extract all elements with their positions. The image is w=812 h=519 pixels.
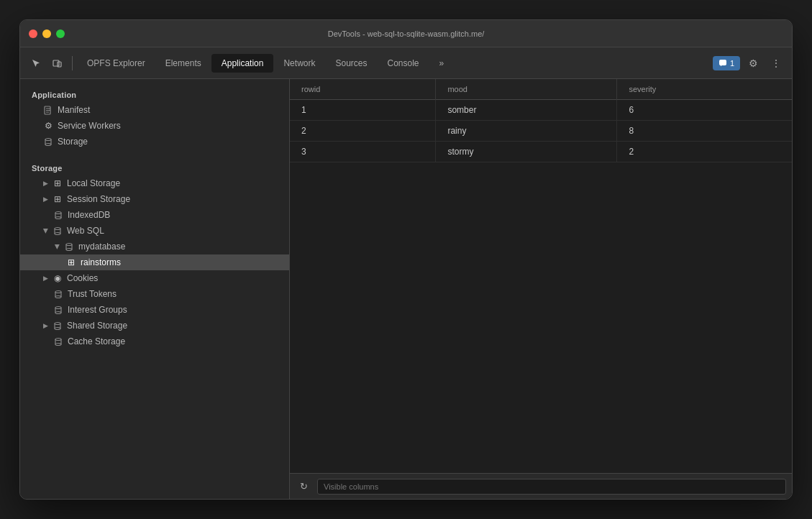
col-header-mood[interactable]: mood: [436, 79, 617, 100]
visible-columns-input[interactable]: [317, 479, 786, 495]
titlebar: DevTools - web-sql-to-sqlite-wasm.glitch…: [20, 20, 792, 47]
indexeddb-icon: [53, 210, 63, 220]
tab-console[interactable]: Console: [378, 54, 429, 73]
cell-rowid: 1: [290, 100, 436, 121]
svg-point-12: [55, 232, 60, 234]
mydatabase-icon: [64, 242, 74, 252]
rainstorms-grid-icon: ⊞: [66, 257, 76, 267]
tab-opfs-explorer[interactable]: OPFS Explorer: [77, 54, 155, 73]
sidebar-item-cache-storage[interactable]: Cache Storage: [20, 334, 289, 349]
cookies-icon: ◉: [53, 273, 63, 283]
svg-point-15: [55, 290, 61, 293]
chat-badge-button[interactable]: 1: [713, 56, 740, 70]
chevron-right-icon: ▶: [43, 180, 48, 187]
table-row[interactable]: 1somber6: [290, 100, 792, 121]
tab-sources[interactable]: Sources: [325, 54, 377, 73]
settings-button[interactable]: ⚙: [743, 53, 763, 73]
refresh-button[interactable]: ↻: [296, 479, 311, 495]
svg-point-18: [55, 311, 61, 313]
devtools-window: DevTools - web-sql-to-sqlite-wasm.glitch…: [19, 19, 793, 500]
sidebar-item-storage[interactable]: Storage: [20, 134, 289, 150]
cell-mood: rainy: [436, 121, 617, 142]
cell-mood: stormy: [436, 142, 617, 162]
chevron-down-icon: ▶: [42, 229, 50, 234]
cell-severity: 8: [617, 121, 792, 142]
device-toggle-button[interactable]: [47, 53, 68, 73]
tab-network[interactable]: Network: [273, 54, 325, 73]
sidebar-item-rainstorms[interactable]: ⊞ rainstorms: [20, 254, 289, 270]
chevron-right-icon3: ▶: [43, 275, 48, 282]
table-row[interactable]: 2rainy8: [290, 121, 792, 142]
session-storage-grid-icon: ⊞: [53, 194, 63, 204]
mydatabase-label: mydatabase: [78, 242, 125, 252]
minimize-button[interactable]: [42, 29, 51, 38]
application-section-header: Application: [20, 85, 289, 102]
sidebar-item-websql[interactable]: ▶ Web SQL: [20, 223, 289, 239]
cell-mood: somber: [436, 100, 617, 121]
close-button[interactable]: [29, 29, 37, 38]
cookies-label: Cookies: [67, 273, 98, 283]
more-button[interactable]: ⋮: [766, 53, 786, 73]
svg-point-13: [66, 243, 72, 245]
interest-groups-icon: [53, 305, 63, 315]
cell-severity: 2: [617, 142, 792, 162]
storage-section-header: Storage: [20, 158, 289, 175]
sidebar-item-indexeddb[interactable]: IndexedDB: [20, 207, 289, 223]
tab-elements[interactable]: Elements: [155, 54, 211, 73]
toolbar-tabs: OPFS Explorer Elements Application Netwo…: [77, 54, 711, 73]
websql-icon: [53, 226, 63, 236]
data-table: rowid mood severity 1somber62rainy83stor…: [290, 79, 792, 162]
sidebar-item-service-workers[interactable]: ⚙ Service Workers: [20, 118, 289, 134]
table-row[interactable]: 3stormy2: [290, 142, 792, 162]
svg-point-8: [45, 143, 51, 145]
svg-point-16: [55, 295, 61, 298]
window-title: DevTools - web-sql-to-sqlite-wasm.glitch…: [328, 29, 485, 38]
sidebar-item-cookies[interactable]: ▶ ◉ Cookies: [20, 270, 289, 286]
toolbar-divider: [72, 56, 73, 70]
sidebar: Application Manifest ⚙ Service Workers: [20, 79, 290, 499]
svg-point-9: [55, 211, 61, 213]
sidebar-item-shared-storage[interactable]: ▶ Shared Storage: [20, 318, 289, 334]
sidebar-item-manifest[interactable]: Manifest: [20, 102, 289, 118]
storage-cylinder-icon: [43, 137, 53, 147]
gear-icon: ⚙: [43, 121, 53, 131]
svg-point-17: [55, 306, 61, 308]
svg-point-20: [55, 327, 60, 329]
trust-tokens-icon: [53, 289, 63, 299]
local-storage-grid-icon: ⊞: [53, 178, 63, 188]
cell-rowid: 3: [290, 142, 436, 162]
interest-groups-label: Interest Groups: [68, 305, 127, 315]
svg-point-7: [45, 138, 51, 140]
session-storage-label: Session Storage: [67, 194, 130, 204]
tab-overflow[interactable]: »: [429, 54, 455, 73]
svg-point-14: [66, 248, 72, 250]
cell-rowid: 2: [290, 121, 436, 142]
manifest-label: Manifest: [58, 105, 90, 115]
sidebar-item-local-storage[interactable]: ▶ ⊞ Local Storage: [20, 175, 289, 191]
table-container[interactable]: rowid mood severity 1somber62rainy83stor…: [290, 79, 792, 473]
tab-application[interactable]: Application: [211, 54, 274, 73]
shared-storage-icon: [53, 321, 63, 331]
sidebar-item-trust-tokens[interactable]: Trust Tokens: [20, 286, 289, 302]
chevron-right-icon2: ▶: [43, 196, 48, 203]
badge-count: 1: [730, 59, 734, 68]
storage-label: Storage: [58, 137, 88, 147]
indexeddb-label: IndexedDB: [68, 210, 110, 220]
maximize-button[interactable]: [56, 29, 65, 38]
cursor-icon-button[interactable]: [26, 53, 46, 73]
service-workers-label: Service Workers: [58, 121, 121, 131]
table-header-row: rowid mood severity: [290, 79, 792, 100]
sidebar-item-interest-groups[interactable]: Interest Groups: [20, 302, 289, 318]
toolbar: OPFS Explorer Elements Application Netwo…: [20, 47, 792, 79]
svg-rect-0: [53, 60, 59, 66]
sidebar-item-mydatabase[interactable]: ▶ mydatabase: [20, 239, 289, 254]
trust-tokens-label: Trust Tokens: [68, 289, 117, 299]
col-header-severity[interactable]: severity: [617, 79, 792, 100]
sidebar-item-session-storage[interactable]: ▶ ⊞ Session Storage: [20, 191, 289, 207]
page-icon: [43, 105, 53, 115]
main-content: Application Manifest ⚙ Service Workers: [20, 79, 792, 499]
chevron-right-icon4: ▶: [43, 322, 48, 329]
svg-point-19: [55, 322, 60, 324]
table-body: 1somber62rainy83stormy2: [290, 100, 792, 162]
col-header-rowid[interactable]: rowid: [290, 79, 436, 100]
